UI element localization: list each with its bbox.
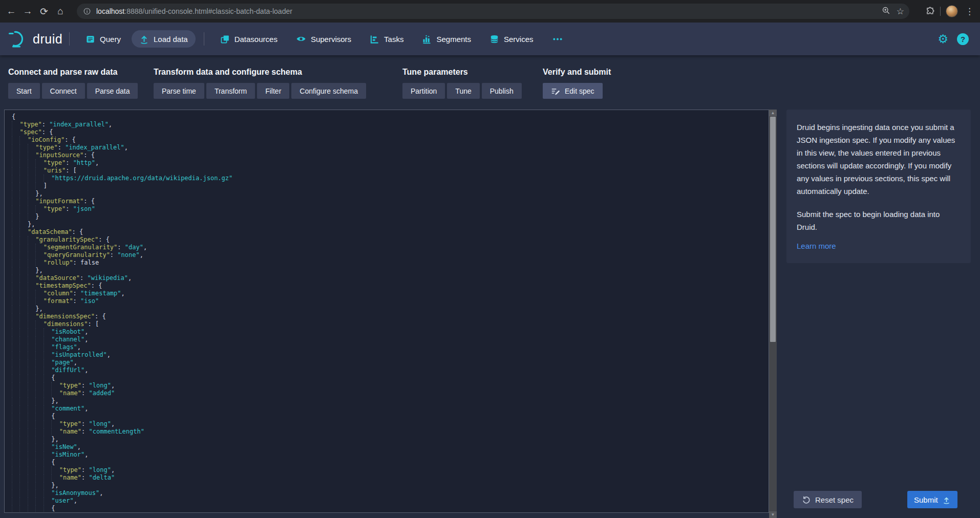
bookmark-star-icon[interactable]: ☆	[897, 6, 904, 17]
scrollbar-down-arrow[interactable]: ▼	[769, 511, 777, 518]
edit-spec-icon	[551, 87, 560, 96]
step-button-transform[interactable]: Transform	[206, 83, 255, 99]
code-line: "dimensions": [	[12, 320, 769, 328]
code-line: "segmentGranularity": "day",	[12, 244, 769, 251]
code-line: {	[12, 459, 769, 466]
step-button-partition[interactable]: Partition	[402, 83, 445, 99]
info-panel: Druid begins ingesting data once you sub…	[786, 110, 971, 263]
step-group-transform-data-and-configure-schema: Transform data and configure schemaParse…	[154, 68, 366, 99]
code-line: "flags",	[12, 343, 769, 351]
code-line: "ioConfig": {	[12, 136, 769, 144]
code-line: {	[12, 113, 769, 121]
step-group-verify-and-submit: Verify and submitEdit spec	[543, 68, 611, 99]
spec-json-editor[interactable]: { "type": "index_parallel", "spec": { "i…	[4, 110, 769, 513]
nav-item-datasources[interactable]: Datasources	[212, 30, 285, 48]
vertical-scrollbar[interactable]: ▲ ▼	[769, 110, 777, 518]
nav-item-tasks[interactable]: Tasks	[362, 30, 411, 48]
step-button-edit-spec[interactable]: Edit spec	[543, 83, 603, 99]
code-line: "dataSource": "wikipedia",	[12, 274, 769, 282]
datasources-icon	[220, 34, 230, 44]
step-button-configure-schema[interactable]: Configure schema	[291, 83, 366, 99]
code-line: "page",	[12, 359, 769, 366]
code-line: "isRobot",	[12, 328, 769, 336]
code-line: "inputFormat": {	[12, 198, 769, 205]
nav-divider	[69, 32, 70, 46]
step-button-label: Tune	[455, 87, 471, 95]
code-line: },	[12, 190, 769, 198]
step-button-parse-time[interactable]: Parse time	[154, 83, 204, 99]
druid-navbar: druid QueryLoad dataDatasourcesSuperviso…	[0, 23, 980, 55]
nav-item-segments[interactable]: Segments	[414, 30, 479, 48]
code-line: {	[12, 505, 769, 512]
site-info-icon[interactable]	[83, 7, 91, 15]
submit-button[interactable]: Submit	[907, 491, 957, 508]
forward-icon[interactable]: →	[19, 3, 36, 19]
code-line: "format": "iso"	[12, 297, 769, 305]
step-button-label: Parse data	[95, 87, 130, 95]
submit-upload-icon	[942, 495, 951, 504]
code-line: "type": "long",	[12, 420, 769, 428]
code-line: "queryGranularity": "none",	[12, 251, 769, 259]
code-line: },	[12, 397, 769, 405]
nav-item-label: Load data	[154, 35, 188, 44]
code-line: },	[12, 267, 769, 274]
supervisors-icon	[296, 34, 306, 44]
learn-more-link[interactable]: Learn more	[797, 242, 836, 250]
step-button-publish[interactable]: Publish	[482, 83, 522, 99]
code-line: "granularitySpec": {	[12, 236, 769, 244]
druid-logo[interactable]: druid	[8, 30, 62, 48]
zoom-icon[interactable]	[882, 6, 890, 17]
toolbar-divider	[940, 7, 941, 16]
back-icon[interactable]: ←	[3, 3, 19, 19]
step-button-label: Parse time	[162, 87, 196, 95]
url-text[interactable]: localhost:8888/unified-console.html#clas…	[96, 7, 292, 15]
step-button-tune[interactable]: Tune	[447, 83, 479, 99]
address-bar[interactable]: localhost:8888/unified-console.html#clas…	[77, 4, 909, 19]
reset-spec-button[interactable]: Reset spec	[794, 491, 862, 508]
step-button-start[interactable]: Start	[8, 83, 40, 99]
code-line: "type": "http",	[12, 159, 769, 167]
nav-item-query[interactable]: Query	[78, 30, 129, 48]
code-line: "user",	[12, 497, 769, 505]
code-line: "https://druid.apache.org/data/wikipedia…	[12, 175, 769, 182]
code-line: },	[12, 436, 769, 443]
step-button-label: Partition	[411, 87, 437, 95]
settings-gear-icon[interactable]: ⚙	[938, 33, 948, 45]
code-line: "timestampSpec": {	[12, 282, 769, 290]
step-button-connect[interactable]: Connect	[42, 83, 85, 99]
browser-menu-icon[interactable]: ⋮	[963, 6, 976, 17]
info-paragraph-2: Submit the spec to begin loading data in…	[797, 208, 961, 233]
nav-item-load-data[interactable]: Load data	[132, 30, 196, 48]
nav-item-supervisors[interactable]: Supervisors	[288, 30, 359, 48]
code-line: "isMinor",	[12, 451, 769, 459]
reset-icon	[802, 495, 811, 504]
scrollbar-thumb[interactable]	[770, 117, 776, 342]
code-line: }	[12, 213, 769, 221]
extensions-icon[interactable]	[926, 7, 935, 16]
code-line: },	[12, 482, 769, 489]
submit-label: Submit	[914, 495, 938, 504]
code-line: "diffUrl",	[12, 366, 769, 374]
code-line: "name": "added"	[12, 390, 769, 397]
step-button-parse-data[interactable]: Parse data	[87, 83, 138, 99]
step-button-label: Filter	[265, 87, 281, 95]
code-line: "type": "json"	[12, 205, 769, 213]
tasks-icon	[370, 34, 379, 44]
nav-item-services[interactable]: Services	[482, 30, 541, 48]
step-button-label: Connect	[50, 87, 77, 95]
code-line: "type": "index_parallel",	[12, 144, 769, 152]
code-line: "isAnonymous",	[12, 489, 769, 497]
reload-icon[interactable]: ⟳	[36, 3, 52, 19]
help-icon[interactable]: ?	[957, 33, 969, 45]
load-data-icon	[139, 34, 149, 44]
nav-item-more[interactable]	[544, 30, 571, 48]
step-group-title: Transform data and configure schema	[154, 68, 366, 77]
step-button-filter[interactable]: Filter	[257, 83, 289, 99]
code-line: "inputSource": {	[12, 152, 769, 159]
code-line: "dataSchema": {	[12, 228, 769, 236]
code-line: },	[12, 221, 769, 228]
code-line: ]	[12, 182, 769, 190]
profile-avatar[interactable]	[946, 5, 958, 17]
scrollbar-up-arrow[interactable]: ▲	[769, 110, 777, 116]
home-icon[interactable]: ⌂	[52, 3, 69, 19]
